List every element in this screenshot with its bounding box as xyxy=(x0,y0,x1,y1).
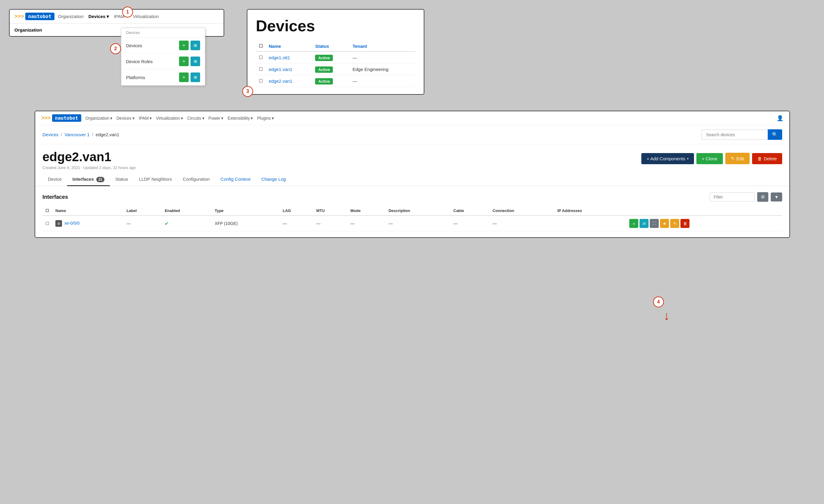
table-row: ☐ edge2.van1 Active — xyxy=(256,75,415,87)
device-meta: Created June 8, 2021 · Updated 2 days, 2… xyxy=(42,165,136,170)
iface-delete-btn[interactable]: 🗑 xyxy=(681,219,690,228)
step-badge-3: 3 xyxy=(242,86,253,97)
tab-config-context[interactable]: Config Context xyxy=(215,173,256,186)
bottom-nav-power[interactable]: Power ▾ xyxy=(209,116,224,121)
chevron-devices-icon: ▾ xyxy=(132,116,134,121)
clone-button[interactable]: + Clone xyxy=(696,153,723,164)
chevron-ext-icon: ▾ xyxy=(251,116,253,121)
bottom-nav-power-label: Power xyxy=(209,116,221,121)
chevron-power-icon: ▾ xyxy=(221,116,223,121)
iface-lag-header: LAG xyxy=(280,206,313,216)
chevron-circuits-icon: ▾ xyxy=(202,116,204,121)
device-link-edge1van1[interactable]: edge1.van1 xyxy=(269,67,292,72)
row-checkbox[interactable]: ☐ xyxy=(256,51,266,64)
devices-table: ☐ Name Status Tenant ☐ edge1.ott1 Active… xyxy=(256,41,415,87)
delete-label: Delete xyxy=(764,156,777,161)
gear-button[interactable]: ⚙ xyxy=(757,192,768,202)
filter-input[interactable] xyxy=(710,193,755,202)
iface-edit-btn[interactable]: ✎ xyxy=(670,219,679,228)
bottom-nav-org[interactable]: Organization ▾ xyxy=(86,116,112,121)
bottom-nav-ext[interactable]: Extensibility ▾ xyxy=(227,116,253,121)
dropdown-devices-db-btn[interactable]: ⊕ xyxy=(191,40,200,50)
dropdown-devices-add-btn[interactable]: + xyxy=(179,40,189,50)
devices-dropdown: Devices Devices + ⊕ Device Roles + ⊕ Pla… xyxy=(121,28,205,86)
trash-icon: 🗑 xyxy=(757,156,762,161)
tab-lldp[interactable]: LLDP Neighbors xyxy=(134,173,178,186)
more-button[interactable]: ▼ xyxy=(771,193,782,202)
tenant-col-header: Tenant xyxy=(349,41,415,51)
dropdown-device-roles-label: Device Roles xyxy=(126,59,152,64)
iface-topology-btn[interactable]: ⛶ xyxy=(650,219,659,228)
iface-ip-cell xyxy=(554,216,626,231)
dropdown-devices-label: Devices xyxy=(126,43,142,48)
bottom-logo-arrows: >>> xyxy=(41,115,51,121)
tab-interfaces[interactable]: Interfaces 21 xyxy=(67,173,110,186)
iface-type-header: Type xyxy=(212,206,280,216)
device-link-edge1ott1[interactable]: edge1.ott1 xyxy=(269,55,290,60)
iface-desc-header: Description xyxy=(386,206,450,216)
row-checkbox[interactable]: ☐ xyxy=(256,75,266,87)
bottom-nav-ipam[interactable]: IPAM ▾ xyxy=(139,116,152,121)
add-components-caret-icon: ▾ xyxy=(687,157,689,160)
iface-label-header: Label xyxy=(123,206,162,216)
iface-checkbox[interactable]: ☐ xyxy=(42,216,53,231)
tab-configuration[interactable]: Configuration xyxy=(178,173,215,186)
breadcrumb-current: edge2.van1 xyxy=(96,132,119,137)
badge-1-label: 1 xyxy=(126,9,129,15)
search-input[interactable] xyxy=(702,130,768,140)
iface-enabled-header: Enabled xyxy=(162,206,212,216)
nav-devices[interactable]: Devices ▾ xyxy=(89,14,109,19)
tab-change-log[interactable]: Change Log xyxy=(256,173,291,186)
breadcrumb-area: Devices / Vancouver 1 / edge2.van1 🔍 xyxy=(35,125,790,144)
bottom-nav-virt[interactable]: Virtualization ▾ xyxy=(156,116,183,121)
dropdown-roles-db-btn[interactable]: ⊕ xyxy=(191,56,200,66)
edit-icon: ✎ xyxy=(731,156,735,161)
user-icon-area: 👤 xyxy=(777,115,784,122)
iface-add-btn[interactable]: + xyxy=(629,219,638,228)
add-components-button[interactable]: + Add Components ▾ xyxy=(641,153,694,164)
tenant-cell[interactable]: Edge Engineering xyxy=(349,64,415,75)
bottom-nav-plugins[interactable]: Plugins ▾ xyxy=(257,116,274,121)
iface-enabled-cell: ✔ xyxy=(162,216,212,231)
nav-virtualization[interactable]: Virtualization xyxy=(133,14,159,19)
search-area: 🔍 xyxy=(702,129,782,140)
enabled-check-icon: ✔ xyxy=(165,221,169,226)
dropdown-header: Devices xyxy=(121,28,205,37)
row-checkbox[interactable]: ☐ xyxy=(256,64,266,75)
device-title-area: edge2.van1 Created June 8, 2021 · Update… xyxy=(42,150,136,170)
edit-button[interactable]: ✎ Edit xyxy=(725,153,750,164)
interface-name-link[interactable]: xe-0/0/0 xyxy=(65,221,80,226)
tab-device[interactable]: Device xyxy=(42,173,67,186)
iface-star-btn[interactable]: ★ xyxy=(660,219,669,228)
iface-actions-header xyxy=(626,206,782,216)
dropdown-device-roles-item[interactable]: Device Roles + ⊕ xyxy=(121,53,205,70)
iface-mtu-cell: — xyxy=(313,216,347,231)
tab-status[interactable]: Status xyxy=(110,173,134,186)
device-link-edge2van1[interactable]: edge2.van1 xyxy=(269,79,292,84)
dropdown-platforms-db-btn[interactable]: ⊕ xyxy=(191,73,200,82)
iface-conn-header: Connection xyxy=(490,206,554,216)
status-badge: Active xyxy=(315,55,333,61)
dropdown-platforms-add-btn[interactable]: + xyxy=(179,73,189,82)
dropdown-devices-icons: + ⊕ xyxy=(179,40,200,50)
user-profile-icon[interactable]: 👤 xyxy=(777,115,784,121)
breadcrumb-sep-1: / xyxy=(61,132,62,137)
iface-cable-header: Cable xyxy=(450,206,490,216)
delete-button[interactable]: 🗑 Delete xyxy=(752,153,782,164)
clone-label: + Clone xyxy=(702,156,717,161)
topleft-card: >>> nautobot Organization Devices ▾ IPAM… xyxy=(9,9,224,37)
bottom-nav-devices[interactable]: Devices ▾ xyxy=(116,116,134,121)
interfaces-header: Interfaces ⚙ ▼ xyxy=(42,192,782,202)
status-badge: Active xyxy=(315,67,333,73)
nav-items-topleft: Organization Devices ▾ IPAM ▾ Virtualiza… xyxy=(58,14,159,19)
iface-sync-btn[interactable]: ⇄ xyxy=(639,219,648,228)
dropdown-devices-item[interactable]: Devices + ⊕ xyxy=(121,37,205,53)
breadcrumb-devices-link[interactable]: Devices xyxy=(42,132,59,137)
breadcrumb-vancouver-link[interactable]: Vancouver 1 xyxy=(65,132,90,137)
search-button[interactable]: 🔍 xyxy=(768,129,782,140)
nav-organization[interactable]: Organization xyxy=(58,14,84,19)
dropdown-platforms-item[interactable]: Platforms + ⊕ xyxy=(121,70,205,86)
bottom-nav-org-label: Organization xyxy=(86,116,109,121)
dropdown-roles-add-btn[interactable]: + xyxy=(179,56,189,66)
bottom-nav-circuits[interactable]: Circuits ▾ xyxy=(187,116,204,121)
